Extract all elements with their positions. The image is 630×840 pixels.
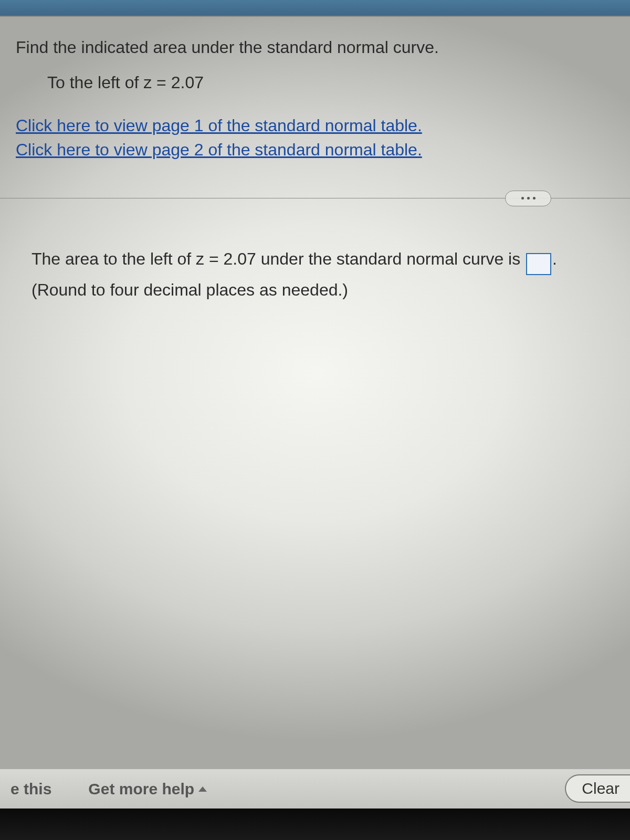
ellipsis-dot-icon bbox=[527, 197, 530, 200]
question-sub-prompt: To the left of z = 2.07 bbox=[47, 73, 614, 92]
os-taskbar bbox=[0, 808, 630, 840]
ellipsis-dot-icon bbox=[533, 197, 536, 200]
ellipsis-dot-icon bbox=[521, 197, 524, 200]
caret-up-icon bbox=[198, 786, 207, 792]
more-options-button[interactable] bbox=[505, 191, 551, 206]
section-divider bbox=[16, 188, 614, 209]
get-more-help-label: Get more help bbox=[88, 780, 194, 798]
answer-text-before: The area to the left of z = 2.07 under t… bbox=[32, 249, 525, 268]
answer-text-after: . bbox=[552, 249, 557, 268]
e-this-button[interactable]: e this bbox=[10, 780, 51, 798]
answer-input[interactable] bbox=[526, 253, 551, 275]
link-normal-table-page-1[interactable]: Click here to view page 1 of the standar… bbox=[16, 113, 614, 138]
question-prompt: Find the indicated area under the standa… bbox=[16, 38, 614, 57]
clear-button[interactable]: Clear bbox=[565, 774, 630, 803]
reference-links: Click here to view page 1 of the standar… bbox=[16, 113, 614, 162]
get-more-help-button[interactable]: Get more help bbox=[88, 780, 207, 798]
footer-bar: e this Get more help Clear bbox=[0, 769, 630, 808]
question-panel: Find the indicated area under the standa… bbox=[0, 16, 630, 808]
rounding-hint: (Round to four decimal places as needed.… bbox=[32, 277, 604, 303]
link-normal-table-page-2[interactable]: Click here to view page 2 of the standar… bbox=[16, 138, 614, 162]
answer-block: The area to the left of z = 2.07 under t… bbox=[32, 246, 604, 303]
